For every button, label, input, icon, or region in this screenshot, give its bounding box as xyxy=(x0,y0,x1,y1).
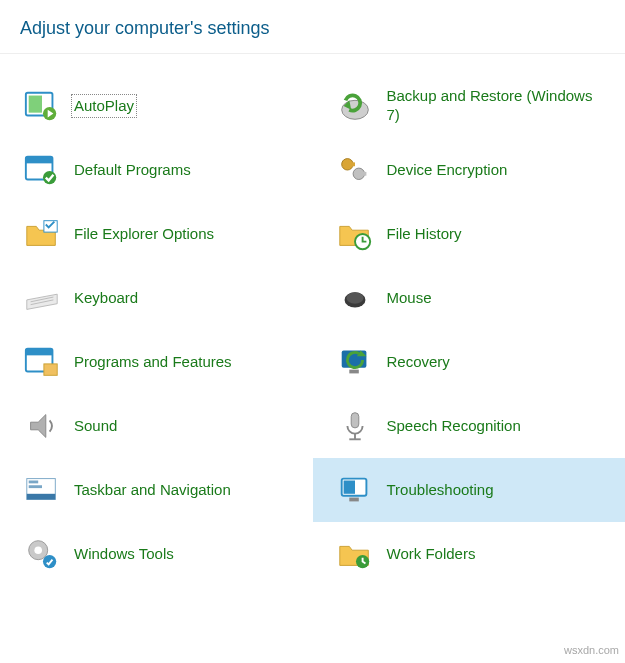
item-mouse[interactable]: Mouse xyxy=(313,266,626,330)
item-label-default-programs[interactable]: Default Programs xyxy=(74,161,191,180)
sound-icon xyxy=(22,406,62,446)
file-history-icon xyxy=(335,214,375,254)
item-default-programs[interactable]: Default Programs xyxy=(0,138,313,202)
keyboard-icon xyxy=(22,278,62,318)
item-autoplay[interactable]: AutoPlay xyxy=(0,74,313,138)
svg-point-37 xyxy=(34,546,42,554)
taskbar-icon xyxy=(22,470,62,510)
svg-rect-31 xyxy=(29,481,39,484)
item-file-explorer-options[interactable]: File Explorer Options xyxy=(0,202,313,266)
item-troubleshooting[interactable]: Troubleshooting xyxy=(313,458,626,522)
item-label-sound[interactable]: Sound xyxy=(74,417,117,436)
mouse-icon xyxy=(335,278,375,318)
svg-rect-7 xyxy=(26,157,53,164)
item-programs-features[interactable]: Programs and Features xyxy=(0,330,313,394)
item-label-windows-tools[interactable]: Windows Tools xyxy=(74,545,174,564)
work-folders-icon xyxy=(335,534,375,574)
svg-rect-34 xyxy=(343,481,354,494)
item-label-taskbar-navigation[interactable]: Taskbar and Navigation xyxy=(74,481,231,500)
item-recovery[interactable]: Recovery xyxy=(313,330,626,394)
programs-features-icon xyxy=(22,342,62,382)
speech-icon xyxy=(335,406,375,446)
default-programs-icon xyxy=(22,150,62,190)
svg-rect-26 xyxy=(351,413,359,428)
item-label-keyboard[interactable]: Keyboard xyxy=(74,289,138,308)
svg-marker-25 xyxy=(31,415,46,438)
device-encryption-icon xyxy=(335,150,375,190)
svg-rect-30 xyxy=(27,494,56,500)
item-work-folders[interactable]: Work Folders xyxy=(313,522,626,586)
item-device-encryption[interactable]: Device Encryption xyxy=(313,138,626,202)
windows-tools-icon xyxy=(22,534,62,574)
item-taskbar-navigation[interactable]: Taskbar and Navigation xyxy=(0,458,313,522)
item-label-backup-restore[interactable]: Backup and Restore (Windows 7) xyxy=(387,87,608,125)
svg-rect-12 xyxy=(362,172,366,176)
item-label-autoplay[interactable]: AutoPlay xyxy=(74,97,134,116)
recovery-icon xyxy=(335,342,375,382)
svg-rect-10 xyxy=(351,162,355,166)
item-label-work-folders[interactable]: Work Folders xyxy=(387,545,476,564)
autoplay-icon xyxy=(22,86,62,126)
svg-rect-32 xyxy=(29,485,42,488)
folder-options-icon xyxy=(22,214,62,254)
item-label-recovery[interactable]: Recovery xyxy=(387,353,450,372)
svg-rect-20 xyxy=(26,349,53,356)
backup-icon xyxy=(335,86,375,126)
item-label-file-explorer-options[interactable]: File Explorer Options xyxy=(74,225,214,244)
item-label-troubleshooting[interactable]: Troubleshooting xyxy=(387,481,494,500)
page-title: Adjust your computer's settings xyxy=(20,18,605,39)
item-file-history[interactable]: File History xyxy=(313,202,626,266)
svg-rect-1 xyxy=(29,96,42,113)
svg-rect-23 xyxy=(349,370,359,374)
svg-rect-21 xyxy=(44,364,57,375)
svg-point-38 xyxy=(43,555,56,568)
item-label-speech-recognition[interactable]: Speech Recognition xyxy=(387,417,521,436)
watermark: wsxdn.com xyxy=(564,644,619,656)
svg-rect-35 xyxy=(349,498,359,502)
item-keyboard[interactable]: Keyboard xyxy=(0,266,313,330)
header: Adjust your computer's settings xyxy=(0,0,625,54)
settings-grid: AutoPlayBackup and Restore (Windows 7)De… xyxy=(0,54,625,586)
item-label-file-history[interactable]: File History xyxy=(387,225,462,244)
troubleshooting-icon xyxy=(335,470,375,510)
item-label-programs-features[interactable]: Programs and Features xyxy=(74,353,232,372)
svg-point-18 xyxy=(346,292,363,303)
item-sound[interactable]: Sound xyxy=(0,394,313,458)
item-backup-restore[interactable]: Backup and Restore (Windows 7) xyxy=(313,74,626,138)
item-label-device-encryption[interactable]: Device Encryption xyxy=(387,161,508,180)
item-windows-tools[interactable]: Windows Tools xyxy=(0,522,313,586)
item-speech-recognition[interactable]: Speech Recognition xyxy=(313,394,626,458)
item-label-mouse[interactable]: Mouse xyxy=(387,289,432,308)
